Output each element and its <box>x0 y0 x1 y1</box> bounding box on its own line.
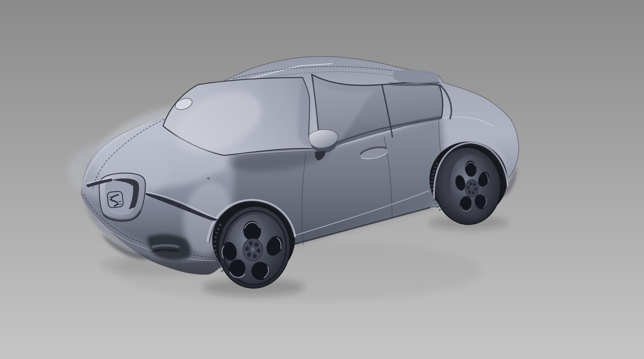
front-hub <box>243 238 263 261</box>
render-canvas <box>0 0 644 359</box>
viewport-3d[interactable] <box>0 0 644 359</box>
rear-hub <box>465 180 479 197</box>
